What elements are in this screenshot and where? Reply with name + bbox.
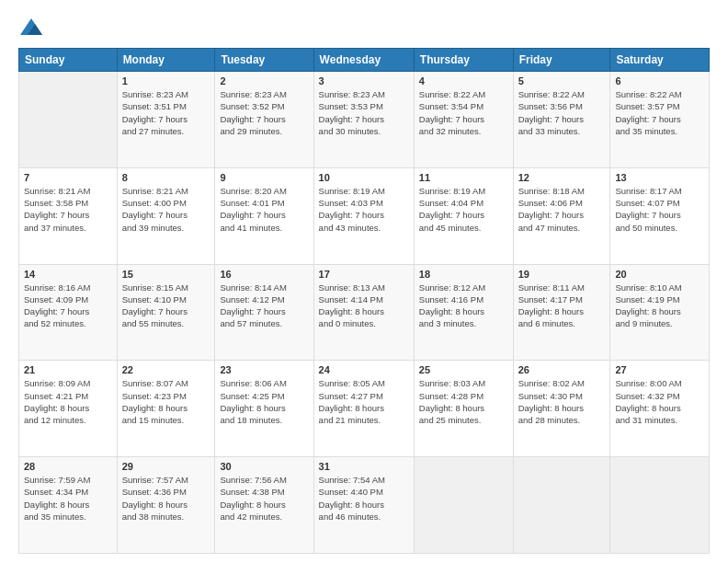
day-info: Sunrise: 8:21 AMSunset: 4:00 PMDaylight:… xyxy=(122,185,210,234)
week-row-5: 28Sunrise: 7:59 AMSunset: 4:34 PMDayligh… xyxy=(19,457,710,554)
calendar-cell: 22Sunrise: 8:07 AMSunset: 4:23 PMDayligh… xyxy=(117,361,215,457)
calendar-cell: 6Sunrise: 8:22 AMSunset: 3:57 PMDaylight… xyxy=(610,72,710,168)
calendar-cell: 9Sunrise: 8:20 AMSunset: 4:01 PMDaylight… xyxy=(215,167,313,264)
day-info: Sunrise: 8:13 AMSunset: 4:14 PMDaylight:… xyxy=(319,282,409,330)
calendar-cell: 13Sunrise: 8:17 AMSunset: 4:07 PMDayligh… xyxy=(610,167,710,264)
day-number: 1 xyxy=(122,75,210,86)
day-info: Sunrise: 8:12 AMSunset: 4:16 PMDaylight:… xyxy=(419,282,508,330)
day-info: Sunrise: 8:07 AMSunset: 4:23 PMDaylight:… xyxy=(122,377,210,426)
day-number: 15 xyxy=(122,269,210,280)
day-info: Sunrise: 8:06 AMSunset: 4:25 PMDaylight:… xyxy=(220,377,308,426)
day-info: Sunrise: 8:03 AMSunset: 4:28 PMDaylight:… xyxy=(419,377,508,426)
day-header-saturday: Saturday xyxy=(610,49,710,72)
calendar-cell: 17Sunrise: 8:13 AMSunset: 4:14 PMDayligh… xyxy=(313,264,414,361)
calendar-cell: 30Sunrise: 7:56 AMSunset: 4:38 PMDayligh… xyxy=(215,457,313,554)
day-info: Sunrise: 8:11 AMSunset: 4:17 PMDaylight:… xyxy=(518,282,606,330)
day-number: 13 xyxy=(615,172,704,183)
day-number: 3 xyxy=(319,75,409,86)
day-number: 12 xyxy=(518,172,606,183)
calendar-table: SundayMondayTuesdayWednesdayThursdayFrid… xyxy=(18,48,710,554)
day-info: Sunrise: 8:16 AMSunset: 4:09 PMDaylight:… xyxy=(24,282,112,330)
day-header-tuesday: Tuesday xyxy=(215,49,313,72)
day-number: 26 xyxy=(518,364,606,375)
calendar-cell: 21Sunrise: 8:09 AMSunset: 4:21 PMDayligh… xyxy=(19,361,118,457)
day-number: 7 xyxy=(24,172,112,183)
week-row-1: 1Sunrise: 8:23 AMSunset: 3:51 PMDaylight… xyxy=(19,72,710,168)
day-header-thursday: Thursday xyxy=(414,49,513,72)
day-number: 22 xyxy=(122,364,210,375)
day-number: 20 xyxy=(615,269,704,280)
day-number: 28 xyxy=(24,461,112,472)
day-header-friday: Friday xyxy=(513,49,610,72)
calendar-cell: 11Sunrise: 8:19 AMSunset: 4:04 PMDayligh… xyxy=(414,167,513,264)
day-info: Sunrise: 7:54 AMSunset: 4:40 PMDaylight:… xyxy=(319,474,409,523)
day-number: 2 xyxy=(220,75,308,86)
week-row-3: 14Sunrise: 8:16 AMSunset: 4:09 PMDayligh… xyxy=(19,264,710,361)
calendar-cell: 19Sunrise: 8:11 AMSunset: 4:17 PMDayligh… xyxy=(513,264,610,361)
calendar-cell: 25Sunrise: 8:03 AMSunset: 4:28 PMDayligh… xyxy=(414,361,513,457)
day-info: Sunrise: 8:10 AMSunset: 4:19 PMDaylight:… xyxy=(615,282,704,330)
calendar-cell: 1Sunrise: 8:23 AMSunset: 3:51 PMDaylight… xyxy=(117,72,215,168)
day-number: 21 xyxy=(24,364,112,375)
day-number: 30 xyxy=(220,461,308,472)
calendar-cell: 26Sunrise: 8:02 AMSunset: 4:30 PMDayligh… xyxy=(513,361,610,457)
day-number: 8 xyxy=(122,172,210,183)
calendar-cell: 16Sunrise: 8:14 AMSunset: 4:12 PMDayligh… xyxy=(215,264,313,361)
day-number: 17 xyxy=(319,269,409,280)
calendar-body: 1Sunrise: 8:23 AMSunset: 3:51 PMDaylight… xyxy=(19,72,710,554)
day-info: Sunrise: 7:56 AMSunset: 4:38 PMDaylight:… xyxy=(220,474,308,523)
day-number: 9 xyxy=(220,172,308,183)
calendar-cell: 31Sunrise: 7:54 AMSunset: 4:40 PMDayligh… xyxy=(313,457,414,554)
calendar-cell: 12Sunrise: 8:18 AMSunset: 4:06 PMDayligh… xyxy=(513,167,610,264)
calendar-header-row: SundayMondayTuesdayWednesdayThursdayFrid… xyxy=(19,49,710,72)
day-info: Sunrise: 8:22 AMSunset: 3:57 PMDaylight:… xyxy=(615,88,704,137)
day-header-sunday: Sunday xyxy=(19,49,118,72)
day-info: Sunrise: 8:02 AMSunset: 4:30 PMDaylight:… xyxy=(518,377,606,426)
day-number: 19 xyxy=(518,269,606,280)
calendar-cell: 15Sunrise: 8:15 AMSunset: 4:10 PMDayligh… xyxy=(117,264,215,361)
day-number: 14 xyxy=(24,269,112,280)
day-number: 24 xyxy=(319,364,409,375)
day-number: 6 xyxy=(615,75,704,86)
page: SundayMondayTuesdayWednesdayThursdayFrid… xyxy=(0,0,728,563)
day-number: 11 xyxy=(419,172,508,183)
calendar-cell: 28Sunrise: 7:59 AMSunset: 4:34 PMDayligh… xyxy=(19,457,118,554)
day-info: Sunrise: 8:19 AMSunset: 4:03 PMDaylight:… xyxy=(319,185,409,234)
day-info: Sunrise: 7:59 AMSunset: 4:34 PMDaylight:… xyxy=(24,474,112,523)
day-info: Sunrise: 8:23 AMSunset: 3:53 PMDaylight:… xyxy=(319,88,409,137)
day-info: Sunrise: 8:23 AMSunset: 3:51 PMDaylight:… xyxy=(122,88,210,137)
day-info: Sunrise: 8:18 AMSunset: 4:06 PMDaylight:… xyxy=(518,185,606,234)
day-info: Sunrise: 8:23 AMSunset: 3:52 PMDaylight:… xyxy=(220,88,308,137)
calendar-cell: 29Sunrise: 7:57 AMSunset: 4:36 PMDayligh… xyxy=(117,457,215,554)
day-info: Sunrise: 8:09 AMSunset: 4:21 PMDaylight:… xyxy=(24,377,112,426)
day-info: Sunrise: 8:00 AMSunset: 4:32 PMDaylight:… xyxy=(615,377,704,426)
calendar-cell: 24Sunrise: 8:05 AMSunset: 4:27 PMDayligh… xyxy=(313,361,414,457)
day-info: Sunrise: 8:05 AMSunset: 4:27 PMDaylight:… xyxy=(319,377,409,426)
calendar-cell: 20Sunrise: 8:10 AMSunset: 4:19 PMDayligh… xyxy=(610,264,710,361)
calendar-cell: 3Sunrise: 8:23 AMSunset: 3:53 PMDaylight… xyxy=(313,72,414,168)
week-row-4: 21Sunrise: 8:09 AMSunset: 4:21 PMDayligh… xyxy=(19,361,710,457)
calendar-cell: 7Sunrise: 8:21 AMSunset: 3:58 PMDaylight… xyxy=(19,167,118,264)
calendar-cell: 8Sunrise: 8:21 AMSunset: 4:00 PMDaylight… xyxy=(117,167,215,264)
week-row-2: 7Sunrise: 8:21 AMSunset: 3:58 PMDaylight… xyxy=(19,167,710,264)
calendar-cell: 4Sunrise: 8:22 AMSunset: 3:54 PMDaylight… xyxy=(414,72,513,168)
day-info: Sunrise: 8:21 AMSunset: 3:58 PMDaylight:… xyxy=(24,185,112,234)
calendar-cell: 14Sunrise: 8:16 AMSunset: 4:09 PMDayligh… xyxy=(19,264,118,361)
calendar-cell xyxy=(513,457,610,554)
day-header-monday: Monday xyxy=(117,49,215,72)
day-number: 31 xyxy=(319,461,409,472)
calendar-cell xyxy=(414,457,513,554)
day-number: 4 xyxy=(419,75,508,86)
day-info: Sunrise: 8:15 AMSunset: 4:10 PMDaylight:… xyxy=(122,282,210,330)
day-number: 25 xyxy=(419,364,508,375)
day-header-wednesday: Wednesday xyxy=(313,49,414,72)
calendar-cell: 2Sunrise: 8:23 AMSunset: 3:52 PMDaylight… xyxy=(215,72,313,168)
day-number: 23 xyxy=(220,364,308,375)
calendar-cell xyxy=(610,457,710,554)
day-number: 29 xyxy=(122,461,210,472)
calendar-cell: 10Sunrise: 8:19 AMSunset: 4:03 PMDayligh… xyxy=(313,167,414,264)
day-number: 18 xyxy=(419,269,508,280)
day-info: Sunrise: 8:20 AMSunset: 4:01 PMDaylight:… xyxy=(220,185,308,234)
calendar-cell xyxy=(19,72,118,168)
calendar-cell: 5Sunrise: 8:22 AMSunset: 3:56 PMDaylight… xyxy=(513,72,610,168)
